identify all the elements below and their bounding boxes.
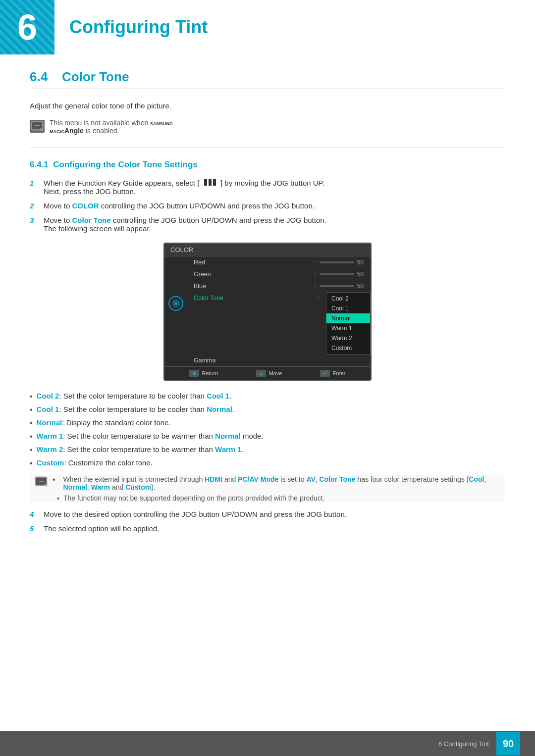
nested-sub-text: The function may not be supported depend… [63, 494, 325, 503]
bullet-warm2: • Warm 2: Set the color temperature to b… [30, 445, 505, 454]
footer-enter: ↵ Enter [320, 370, 345, 377]
chapter-header: 6 Configuring Tint [0, 0, 535, 54]
intro-text: Adjust the general color tone of the pic… [30, 101, 505, 110]
footer-move: ▲ Move [256, 370, 282, 377]
step-5-text: The selected option will be applied. [44, 524, 505, 533]
footer-page-number: 90 [496, 732, 520, 756]
submenu-normal: Normal [326, 313, 370, 323]
bullet-custom: • Custom: Customize the color tone. [30, 458, 505, 468]
monitor-left [164, 256, 187, 366]
section-divider [30, 147, 505, 148]
nested-note-text: When the external input is connected thr… [63, 475, 505, 491]
footer-chapter-text: 6 Configuring Tint [438, 740, 489, 748]
chapter-title: Configuring Tint [69, 17, 208, 38]
step-4: 4 Move to the desired option controlling… [30, 510, 505, 518]
submenu-panel: Cool 2 Cool 1 Normal Warm 1 Warm 2 Custo… [326, 292, 371, 354]
step-3-text: Move to Color Tone controlling the JOG b… [44, 216, 505, 233]
submenu-warm2: Warm 2 [326, 333, 370, 343]
steps-after-list: 4 Move to the desired option controlling… [30, 510, 505, 533]
chapter-number-block: 6 Configuring Tint [0, 0, 208, 54]
menu-item-green: Green : 50 [187, 268, 371, 280]
monitor-container: COLOR Red : [30, 243, 505, 381]
chapter-bg: 6 [0, 0, 54, 54]
svg-point-5 [174, 302, 177, 305]
step-5: 5 The selected option will be applied. [30, 524, 505, 533]
menu-item-red: Red : 50 [187, 256, 371, 268]
bullet-list: • Cool 2: Set the color temperature to b… [30, 392, 505, 468]
step-1: 1 When the Function Key Guide appears, s… [30, 179, 505, 196]
main-content: 6.4 Color Tone Adjust the general color … [0, 69, 535, 533]
menu-item-colortone: Color Tone : Cool 2 Cool 1 Normal Warm 1… [187, 292, 371, 354]
nested-sub-bullet: • The function may not be supported depe… [57, 494, 505, 503]
step-4-number: 4 [30, 510, 39, 518]
nested-note: • When the external input is connected t… [30, 475, 505, 503]
step-2-bold: COLOR [72, 202, 99, 210]
bullet-cool2: • Cool 2: Set the color temperature to b… [30, 392, 505, 401]
bullet-cool1: • Cool 1: Set the color temperature to b… [30, 405, 505, 414]
menu-item-blue: Blue : 50 [187, 280, 371, 292]
note-icon [30, 120, 45, 133]
step-1-text: When the Function Key Guide appears, sel… [44, 179, 505, 196]
menu-column: Red : 50 Green : 50 [187, 256, 371, 366]
footer-return: ■ Return [189, 370, 218, 377]
submenu-cool1: Cool 1 [326, 303, 370, 313]
submenu-cool2: Cool 2 [326, 294, 370, 303]
section-title: 6.4 Color Tone [30, 69, 505, 89]
nested-note-bullet: • [53, 475, 58, 491]
step-5-number: 5 [30, 524, 39, 533]
jog-icon [168, 296, 183, 311]
step-3-number: 3 [30, 216, 39, 224]
monitor-footer: ■ Return ▲ Move ↵ Enter [164, 366, 371, 380]
monitor-titlebar: COLOR [164, 244, 371, 256]
submenu-warm1: Warm 1 [326, 323, 370, 333]
page-footer: 6 Configuring Tint 90 [0, 731, 535, 756]
monitor-title: COLOR [170, 246, 193, 253]
subsection-title: 6.4.1 Configuring the Color Tone Setting… [30, 160, 505, 170]
menu-item-gamma: Gamma [187, 354, 371, 366]
submenu-custom: Custom [326, 343, 370, 353]
step-4-text: Move to the desired option controlling t… [44, 510, 505, 518]
bullet-warm1: • Warm 1: Set the color temperature to b… [30, 432, 505, 441]
note-text: This menu is not available when SAMSUNGM… [50, 119, 173, 135]
monitor-body: Red : 50 Green : 50 [164, 256, 371, 366]
note-box: This menu is not available when SAMSUNGM… [30, 119, 505, 135]
step-2: 2 Move to COLOR controlling the JOG butt… [30, 202, 505, 210]
steps-list: 1 When the Function Key Guide appears, s… [30, 179, 505, 233]
step-2-number: 2 [30, 202, 39, 210]
section-number: 6.4 [30, 69, 48, 84]
chapter-number: 6 [17, 9, 37, 45]
grid-icon [204, 179, 216, 186]
step-3-bold: Color Tone [72, 216, 111, 224]
nested-note-row: • When the external input is connected t… [35, 475, 505, 491]
monitor-screen: COLOR Red : [163, 243, 372, 381]
nested-note-icon [35, 476, 48, 491]
step-3: 3 Move to Color Tone controlling the JOG… [30, 216, 505, 233]
section-name: Color Tone [62, 69, 129, 84]
bullet-normal: • Normal: Display the standard color ton… [30, 418, 505, 428]
step-2-text: Move to COLOR controlling the JOG button… [44, 202, 505, 210]
step-1-number: 1 [30, 179, 39, 187]
